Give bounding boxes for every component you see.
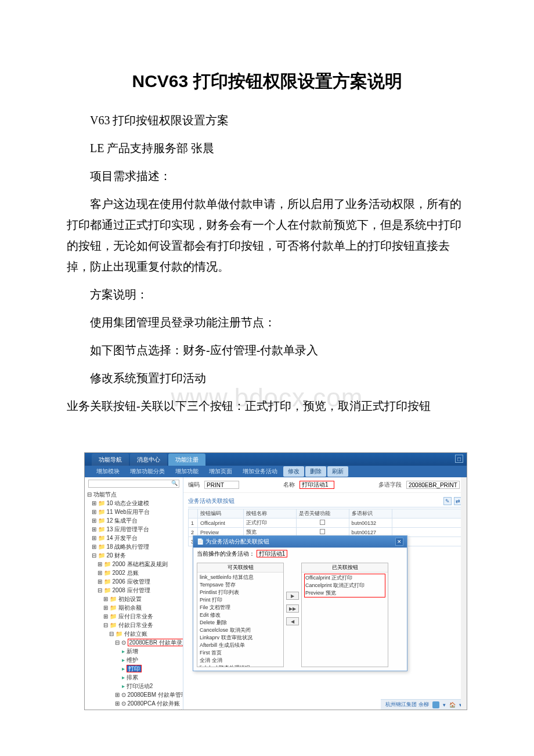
tab-nav[interactable]: 功能导航 (92, 453, 129, 466)
tree-ebr[interactable]: ⊟ ⊙ 20080EBR 付款单录入 (86, 638, 182, 647)
list-item[interactable]: Printlist 打印列表 (200, 589, 281, 596)
tree-ebm[interactable]: ⊞ ⊙ 20080EBM 付款单管理 (86, 690, 182, 699)
name-input[interactable]: 打印活动1 (300, 481, 334, 489)
maximize-icon[interactable]: □ (455, 455, 463, 463)
code-input[interactable]: PRINT (204, 481, 239, 489)
tab-msg[interactable]: 消息中心 (130, 453, 167, 466)
dialog-title: 📄 为业务活动分配关联按钮 (197, 538, 269, 546)
col-key: 是否关键功能 (296, 509, 349, 519)
list-item[interactable]: Tempsave 暂存 (200, 581, 281, 589)
dropdown-icon[interactable]: ▾ (443, 702, 446, 708)
move-all-right-icon[interactable]: ▶▶ (286, 604, 299, 613)
para-req-body: 客户这边现在使用付款单做付款申请，所以启用了业务活动权限，所有的打印都通过正式打… (67, 193, 467, 277)
btn-add-func[interactable]: 增加功能 (171, 466, 203, 477)
btn-add-page[interactable]: 增加页面 (204, 466, 237, 477)
selected-list[interactable]: 已关联按钮 Officalprint 正式打印Cancelprint 取消正式打… (301, 563, 388, 667)
tree-fkrc[interactable]: ⊟ 📁 付款日常业务 (86, 621, 182, 629)
btn-add-cat[interactable]: 增加功能分类 (125, 466, 169, 477)
btn-modify[interactable]: 修改 (283, 466, 304, 477)
btn-delete[interactable]: 删除 (305, 466, 326, 477)
dialog-subtitle: 当前操作的业务活动： 打印活动1 (193, 548, 407, 560)
form-header: 编码 PRINT 名称 打印活动1 多语字段 20080EBR_PRINT (183, 477, 467, 493)
tree-14[interactable]: ⊞ 📁 14 开发平台 (86, 534, 182, 542)
list-item[interactable]: File 文档管理 (200, 604, 281, 611)
table-row[interactable]: 1 Officalprint 正式打印 butn00132 (189, 519, 462, 528)
col-name: 按钮名称 (243, 509, 296, 519)
para-plan-1: 使用集团管理员登录功能注册节点： (67, 312, 467, 333)
ml-input[interactable]: 20080EBR_PRINT (406, 481, 460, 489)
available-list[interactable]: 可关联按钮 link_settleinfo 结算信息Tempsave 暂存Pri… (197, 563, 284, 667)
list-item[interactable]: Linkaprv 联查审批状况 (200, 634, 281, 642)
window-tabs: 功能导航 消息中心 功能注册 □ (85, 453, 467, 466)
para-plan-4: 业务关联按钮-关联以下三个按钮：正式打印，预览，取消正式打印按钮 (67, 395, 467, 416)
col-code: 按钮编码 (198, 509, 244, 519)
tree-fkld[interactable]: ⊟ 📁 付款立账 (86, 629, 182, 638)
list-item[interactable]: First 首页 (200, 649, 281, 657)
list-item[interactable]: linkdeal 联查处理情况 (200, 664, 281, 667)
checkbox[interactable] (320, 520, 325, 525)
tree-print[interactable]: ▸ 打印 (86, 664, 182, 673)
tree-pca[interactable]: ⊞ ⊙ 20080PCA 付款并账 (86, 699, 182, 708)
available-header: 可关联按钮 (197, 563, 283, 573)
toolbar: 增加模块 增加功能分类 增加功能 增加页面 增加业务活动 修改 删除 刷新 (85, 466, 467, 477)
para-subtitle: V63 打印按钮权限设置方案 (67, 110, 467, 131)
tree-qc[interactable]: ⊞ 📁 期初余额 (86, 603, 182, 612)
tree-2000[interactable]: ⊞ 📁 2000 基础档案及规则 (86, 560, 182, 568)
move-left-icon[interactable]: ◀ (286, 617, 299, 625)
name-label: 名称 (283, 481, 295, 489)
para-plan-2: 如下图节点选择：财务-应付管理-付款单录入 (67, 340, 467, 361)
grid-edit-icon[interactable]: ✎ (443, 497, 452, 505)
ml-label: 多语字段 (378, 481, 402, 489)
tree-2006[interactable]: ⊞ 📁 2006 应收管理 (86, 577, 182, 586)
selected-header: 已关联按钮 (302, 563, 388, 573)
assign-dialog: 📄 为业务活动分配关联按钮 ✕ 当前操作的业务活动： 打印活动1 可关联按钮 l… (193, 535, 407, 671)
tree-10[interactable]: ⊞ 📁 10 动态企业建模 (86, 499, 182, 507)
footer-text: 杭州锦江集团 余柳 (385, 701, 429, 708)
btn-add-activity[interactable]: 增加业务活动 (238, 466, 282, 477)
user-icon[interactable] (432, 701, 439, 708)
tree-spac[interactable]: ⊞ ⊙ 20080SPAC 付款单协同确认 (86, 708, 182, 710)
tree-init[interactable]: ⊞ 📁 初始设置 (86, 595, 182, 603)
close-icon[interactable]: ✕ (395, 538, 403, 546)
para-author: LE 产品支持服务部 张晨 (67, 138, 467, 159)
checkbox[interactable] (320, 529, 325, 534)
tree-2002[interactable]: ⊞ 📁 2002 总账 (86, 568, 182, 577)
scrollbar[interactable] (461, 477, 467, 710)
tab-funcreg[interactable]: 功能注册 (168, 453, 205, 466)
current-activity: 打印活动1 (257, 550, 288, 557)
col-ml: 多语标识 (349, 509, 392, 519)
tree-pa2[interactable]: ▸ 打印活动2 (86, 682, 182, 690)
para-req-head: 项目需求描述： (67, 165, 467, 186)
grid-title: 业务活动关联按钮 (188, 497, 234, 505)
tree-18[interactable]: ⊞ 📁 18 战略执行管理 (86, 542, 182, 551)
tree-add[interactable]: ▸ 新增 (86, 647, 182, 656)
list-item[interactable]: Edit 修改 (200, 611, 281, 619)
tree-search-input[interactable] (88, 480, 179, 488)
list-item[interactable]: Preview 预览 (305, 589, 384, 597)
tree-2008[interactable]: ⊟ 📁 2008 应付管理 (86, 586, 182, 595)
status-bar: 杭州锦江集团 余柳 ▾ 🏠 ▾ (381, 699, 467, 710)
tree-root[interactable]: ⊟ 功能节点 (86, 490, 182, 499)
list-item[interactable]: Cancelprint 取消正式打印 (305, 582, 384, 589)
list-item[interactable]: link_settleinfo 结算信息 (200, 574, 281, 581)
home-icon[interactable]: 🏠 (449, 702, 456, 708)
tree-11[interactable]: ⊞ 📁 11 Web应用平台 (86, 507, 182, 516)
tree-12[interactable]: ⊞ 📁 12 集成平台 (86, 516, 182, 525)
list-item[interactable]: Officalprint 正式打印 (305, 574, 384, 582)
tree-13[interactable]: ⊞ 📁 13 应用管理平台 (86, 525, 182, 534)
tree-edit[interactable]: ▸ 维护 (86, 656, 182, 664)
tree-rc[interactable]: ⊞ 📁 应付日常业务 (86, 612, 182, 621)
nav-tree[interactable]: ⊟ 功能节点 ⊞ 📁 10 动态企业建模 ⊞ 📁 11 Web应用平台 ⊞ 📁 … (85, 477, 183, 710)
app-screenshot: 功能导航 消息中心 功能注册 □ 增加模块 增加功能分类 增加功能 增加页面 增… (84, 452, 467, 710)
para-plan-3: 修改系统预置打印活动 (67, 368, 467, 388)
list-item[interactable]: Print 打印 (200, 596, 281, 604)
move-right-icon[interactable]: ▶ (286, 592, 299, 600)
tree-query[interactable]: ▸ 排累 (86, 673, 182, 682)
list-item[interactable]: 全消 全消 (200, 657, 281, 664)
list-item[interactable]: Delete 删除 (200, 619, 281, 627)
list-item[interactable]: Afterbill 生成后续单 (200, 642, 281, 649)
btn-refresh[interactable]: 刷新 (327, 466, 348, 477)
tree-20[interactable]: ⊟ 📁 20 财务 (86, 551, 182, 560)
btn-add-module[interactable]: 增加模块 (92, 466, 124, 477)
list-item[interactable]: Cancelclose 取消关闭 (200, 627, 281, 634)
